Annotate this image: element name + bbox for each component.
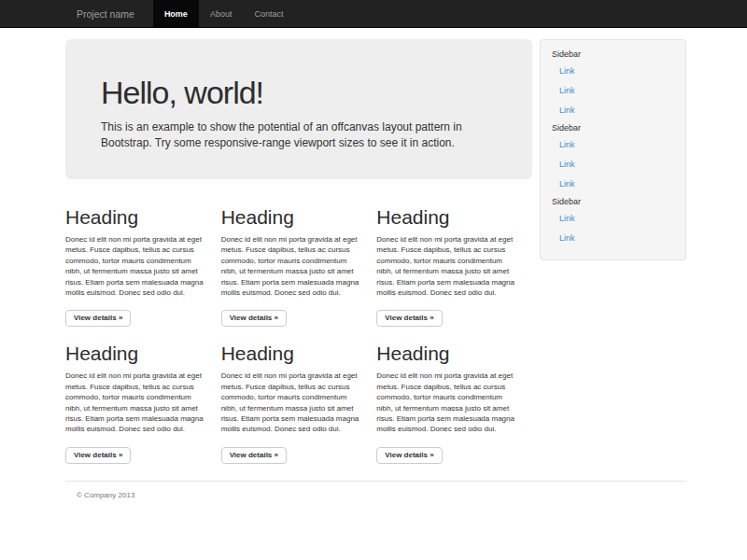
card-2: Heading Donec id elit non mi porta gravi… xyxy=(221,192,377,329)
card-6: Heading Donec id elit non mi porta gravi… xyxy=(376,329,532,465)
sidebar-group-3: Sidebar Link Link xyxy=(552,197,674,248)
card-5: Heading Donec id elit non mi porta gravi… xyxy=(221,329,377,465)
card-1: Heading Donec id elit non mi porta gravi… xyxy=(65,192,221,329)
content-row: Hello, world! This is an example to show… xyxy=(65,39,686,466)
card-heading: Heading xyxy=(65,205,204,229)
navbar: Project name Home About Contact xyxy=(0,0,747,28)
sidebar-group-title: Sidebar xyxy=(552,49,674,60)
jumbotron-description: This is an example to show the potential… xyxy=(101,119,497,150)
sidebar-group-title: Sidebar xyxy=(552,197,674,207)
sidebar-group-title: Sidebar xyxy=(552,123,674,133)
sidebar-link[interactable]: Link xyxy=(552,155,674,175)
view-details-button[interactable]: View details » xyxy=(376,310,442,327)
card-heading: Heading xyxy=(221,205,360,229)
main-content: Hello, world! This is an example to show… xyxy=(65,39,532,466)
cards-grid: Heading Donec id elit non mi porta gravi… xyxy=(65,192,532,466)
card-4: Heading Donec id elit non mi porta gravi… xyxy=(65,329,221,465)
card-body-text: Donec id elit non mi porta gravida at eg… xyxy=(65,371,204,434)
view-details-button[interactable]: View details » xyxy=(65,310,131,327)
card-heading: Heading xyxy=(65,342,204,365)
sidebar-link[interactable]: Link xyxy=(552,62,674,81)
sidebar: Sidebar Link Link Link Sidebar Link Link… xyxy=(540,39,686,260)
sidebar-link[interactable]: Link xyxy=(552,135,674,155)
card-body-text: Donec id elit non mi porta gravida at eg… xyxy=(221,371,360,434)
view-details-button[interactable]: View details » xyxy=(221,310,287,327)
nav-item-contact[interactable]: Contact xyxy=(243,0,294,27)
footer: © Company 2013 xyxy=(65,491,686,499)
page-container: Hello, world! This is an example to show… xyxy=(65,39,686,499)
sidebar-group-1: Sidebar Link Link Link xyxy=(552,49,674,120)
sidebar-link[interactable]: Link xyxy=(552,81,674,101)
nav-item-about[interactable]: About xyxy=(199,0,244,27)
navbar-brand[interactable]: Project name xyxy=(65,0,146,27)
sidebar-link[interactable]: Link xyxy=(552,101,674,120)
card-heading: Heading xyxy=(376,342,515,365)
card-3: Heading Donec id elit non mi porta gravi… xyxy=(376,192,532,329)
card-body-text: Donec id elit non mi porta gravida at eg… xyxy=(376,234,515,298)
jumbotron-title: Hello, world! xyxy=(101,75,497,110)
view-details-button[interactable]: View details » xyxy=(376,447,442,464)
nav-item-home[interactable]: Home xyxy=(153,0,199,27)
card-heading: Heading xyxy=(221,342,360,365)
jumbotron: Hello, world! This is an example to show… xyxy=(65,39,532,179)
copyright-text: © Company 2013 xyxy=(77,491,686,499)
sidebar-link[interactable]: Link xyxy=(552,229,674,248)
column-spacer xyxy=(532,39,540,466)
sidebar-column: Sidebar Link Link Link Sidebar Link Link… xyxy=(540,39,686,466)
view-details-button[interactable]: View details » xyxy=(221,447,287,464)
card-heading: Heading xyxy=(376,205,515,229)
card-body-text: Donec id elit non mi porta gravida at eg… xyxy=(65,234,204,298)
footer-divider xyxy=(65,481,686,482)
card-body-text: Donec id elit non mi porta gravida at eg… xyxy=(221,234,360,298)
sidebar-link[interactable]: Link xyxy=(552,209,674,229)
navbar-nav: Home About Contact xyxy=(153,0,295,27)
sidebar-group-2: Sidebar Link Link Link xyxy=(552,123,674,194)
view-details-button[interactable]: View details » xyxy=(65,447,131,464)
sidebar-link[interactable]: Link xyxy=(552,175,674,194)
card-body-text: Donec id elit non mi porta gravida at eg… xyxy=(376,371,515,434)
